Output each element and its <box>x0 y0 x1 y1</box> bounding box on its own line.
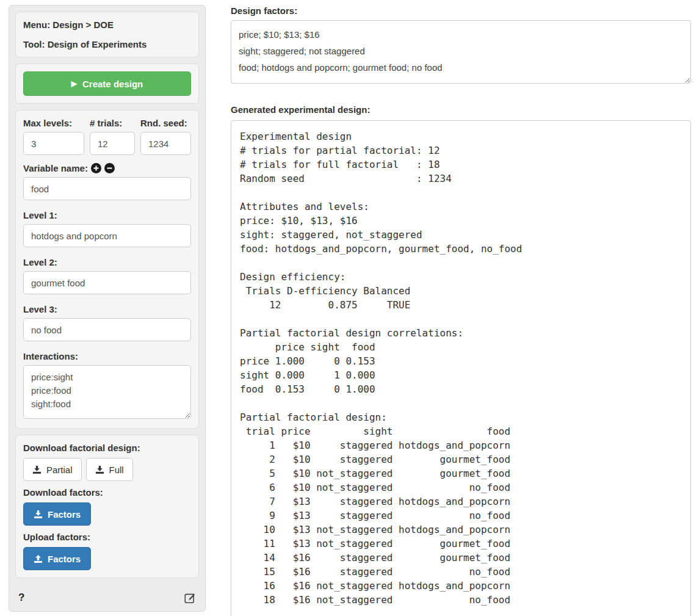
download-full-label: Full <box>109 465 124 475</box>
random-seed-label: Rnd. seed: <box>140 118 191 128</box>
remove-variable-button[interactable] <box>104 163 115 173</box>
upload-icon <box>34 554 43 563</box>
edit-report-button[interactable] <box>184 592 196 604</box>
level-3-label: Level 3: <box>23 304 191 314</box>
doe-tool-page: Menu: Design > DOE Tool: Design of Exper… <box>0 0 694 616</box>
upload-factors-button-label: Factors <box>48 554 81 564</box>
download-panel: Download factorial design: Partial Full <box>15 435 199 578</box>
experimental-design-output: Experimental design # trials for partial… <box>231 120 691 616</box>
num-trials-input[interactable] <box>90 132 135 155</box>
download-partial-button[interactable]: Partial <box>23 458 82 481</box>
download-icon <box>95 465 104 474</box>
level-2-label: Level 2: <box>23 257 191 267</box>
download-full-button[interactable]: Full <box>86 458 133 481</box>
design-form-panel: Max levels: # trials: Rnd. seed: Variabl… <box>15 110 199 429</box>
level-1-label: Level 1: <box>23 210 191 220</box>
minus-circle-icon <box>104 163 115 173</box>
max-levels-input[interactable] <box>23 132 84 155</box>
menu-info-panel: Menu: Design > DOE Tool: Design of Exper… <box>15 12 199 57</box>
level-3-input[interactable] <box>23 318 191 341</box>
design-factors-textarea[interactable]: price; $10; $13; $16 sight; staggered; n… <box>231 20 691 84</box>
main-content: Design factors: price; $10; $13; $16 sig… <box>231 0 691 616</box>
level-1-input[interactable] <box>23 224 191 247</box>
plus-circle-icon <box>91 163 101 173</box>
sidebar: Menu: Design > DOE Tool: Design of Exper… <box>9 5 206 612</box>
help-button[interactable]: ? <box>18 592 24 604</box>
level-2-input[interactable] <box>23 271 191 294</box>
tool-name: Tool: Design of Experiments <box>23 39 191 49</box>
download-factorial-label: Download factorial design: <box>23 443 191 453</box>
download-factors-button-label: Factors <box>48 509 81 520</box>
create-design-label: Create design <box>82 79 143 89</box>
download-icon <box>32 465 42 474</box>
add-variable-button[interactable] <box>91 163 101 173</box>
random-seed-input[interactable] <box>140 132 191 155</box>
max-levels-label: Max levels: <box>23 118 84 128</box>
upload-factors-label: Upload factors: <box>23 532 191 542</box>
interactions-label: Interactions: <box>23 351 191 361</box>
create-design-button[interactable]: ▶ Create design <box>23 71 191 96</box>
download-factors-label: Download factors: <box>23 487 191 498</box>
download-factors-button[interactable]: Factors <box>23 502 91 526</box>
pencil-square-icon <box>184 592 196 604</box>
generated-design-label: Generated experimental design: <box>231 104 691 115</box>
design-factors-label: Design factors: <box>231 5 691 16</box>
interactions-textarea[interactable]: price:sight price:food sight:food <box>23 365 191 419</box>
download-icon <box>34 510 43 519</box>
sidebar-footer: ? <box>15 592 199 605</box>
variable-name-label: Variable name: <box>23 163 88 173</box>
variable-name-input[interactable] <box>23 177 191 200</box>
upload-factors-button[interactable]: Factors <box>23 547 91 570</box>
play-icon: ▶ <box>71 80 77 87</box>
num-trials-label: # trials: <box>90 118 135 128</box>
download-partial-label: Partial <box>46 465 73 475</box>
create-design-panel: ▶ Create design <box>15 63 199 104</box>
menu-breadcrumb: Menu: Design > DOE <box>23 20 191 30</box>
